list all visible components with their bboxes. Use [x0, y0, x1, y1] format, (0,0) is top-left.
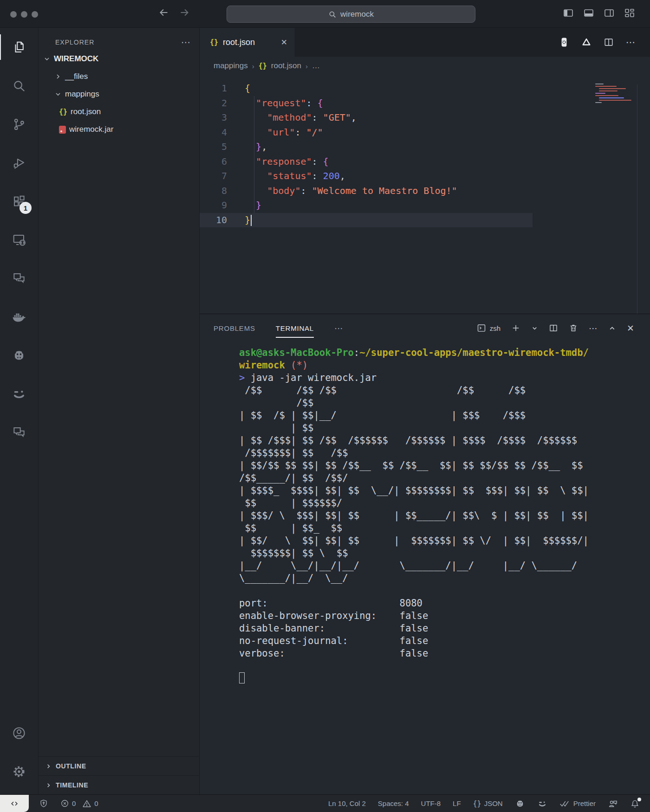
line-number: 10 — [200, 213, 233, 228]
split-editor-icon[interactable] — [604, 37, 614, 47]
breadcrumb-folder[interactable]: mappings — [214, 61, 248, 71]
activity-source-control[interactable] — [0, 105, 38, 143]
file-label: wiremock.jar — [69, 125, 113, 134]
new-terminal-icon[interactable] — [511, 323, 520, 333]
braces-icon: {} — [473, 799, 481, 808]
outline-section[interactable]: OUTLINE — [39, 756, 199, 775]
tree-folder-files[interactable]: __files — [39, 68, 199, 85]
remote-explorer-icon — [12, 232, 26, 247]
activity-docker[interactable] — [0, 297, 38, 336]
activity-settings[interactable] — [0, 752, 38, 791]
line-number: 3 — [200, 110, 233, 125]
indentation-indicator[interactable]: Spaces: 4 — [378, 799, 409, 807]
close-tab-icon[interactable]: ✕ — [281, 38, 287, 47]
close-panel-icon[interactable]: ✕ — [627, 323, 634, 334]
breadcrumb-file[interactable]: root.json — [271, 61, 301, 71]
feedback-indicator[interactable] — [608, 799, 618, 809]
explorer-sidebar: EXPLORER ⋯ WIREMOCK __files mappings {} … — [39, 28, 200, 794]
window-controls[interactable] — [10, 11, 38, 18]
activity-account[interactable] — [0, 714, 38, 752]
chevron-right-icon — [54, 73, 62, 80]
activity-copilot[interactable] — [0, 336, 38, 374]
chat-bubbles-icon — [12, 271, 26, 286]
go-back-icon[interactable] — [158, 6, 170, 19]
toggle-secondary-sidebar-icon[interactable] — [604, 7, 615, 19]
tree-file-wiremock-jar[interactable]: wiremock.jar — [39, 121, 199, 138]
status-bar: 0 0 Ln 10, Col 2 Spaces: 4 UTF-8 LF {} J… — [0, 794, 650, 812]
terminal-profile-dropdown-icon[interactable] — [531, 325, 538, 332]
tab-terminal[interactable]: TERMINAL — [276, 314, 314, 342]
maximize-panel-icon[interactable] — [608, 324, 616, 332]
text-segment: ~/super-cool-apps/maestro-wiremock-tmdb/ — [359, 347, 589, 358]
command-center-search[interactable]: wiremock — [227, 6, 475, 23]
text-segment: } — [256, 141, 261, 152]
tab-root-json[interactable]: {} root.json ✕ — [200, 28, 295, 57]
language-mode[interactable]: {} JSON — [473, 799, 503, 808]
tree-project-wiremock[interactable]: WIREMOCK — [39, 50, 199, 68]
line-number: 5 — [200, 140, 233, 155]
run-on-device-icon[interactable] — [559, 37, 569, 47]
activity-extensions[interactable]: 1 — [0, 182, 38, 220]
title-bar: wiremock — [0, 0, 650, 28]
activity-search[interactable] — [0, 66, 38, 105]
copilot-status[interactable] — [515, 799, 525, 809]
maestro-triangle-icon[interactable] — [581, 37, 592, 47]
editor-more-actions-icon[interactable]: ⋯ — [626, 37, 635, 48]
activity-live-share-comments[interactable] — [0, 259, 38, 297]
zoom-window-button[interactable] — [32, 11, 38, 18]
kill-terminal-icon[interactable] — [569, 323, 578, 333]
tree-folder-mappings[interactable]: mappings — [39, 85, 199, 103]
copilot-robot-icon — [515, 799, 525, 809]
wiremock-ascii-banner: /$$ /$$ /$$ /$$ /$$ /$$ | $$ /$ | $$|__/… — [239, 384, 650, 585]
line-number: 1 — [200, 81, 233, 96]
go-forward-icon[interactable] — [178, 6, 190, 19]
gear-icon — [12, 764, 26, 779]
json-file-icon: {} — [59, 108, 67, 116]
text-segment: "url" — [267, 127, 295, 138]
tab-problems[interactable]: PROBLEMS — [214, 314, 255, 342]
activity-run-debug[interactable] — [0, 143, 38, 182]
timeline-section[interactable]: TIMELINE — [39, 775, 199, 794]
eol-indicator[interactable]: LF — [453, 799, 461, 807]
formatter-status[interactable]: Prettier — [559, 799, 596, 808]
panel-more-tabs-icon[interactable]: ⋯ — [334, 323, 343, 334]
toggle-panel-icon[interactable] — [583, 7, 594, 19]
option-value: 8080 — [400, 598, 422, 609]
cursor-position[interactable]: Ln 10, Col 2 — [328, 799, 366, 807]
panel-more-actions-icon[interactable]: ⋯ — [589, 323, 598, 334]
minimize-window-button[interactable] — [21, 11, 27, 18]
chevron-right-icon — [45, 782, 52, 789]
activity-explorer[interactable] — [0, 28, 38, 66]
smiley-extension-status[interactable] — [537, 799, 547, 809]
toggle-primary-sidebar-icon[interactable] — [563, 7, 574, 19]
option-name: disable-banner: — [239, 622, 400, 635]
outline-label: OUTLINE — [56, 762, 86, 770]
close-window-button[interactable] — [10, 11, 17, 18]
terminal-instance[interactable]: zsh — [477, 323, 500, 333]
terminal-option-line: verbose:false — [239, 647, 650, 660]
activity-smiley[interactable] — [0, 374, 38, 413]
person-feedback-icon — [608, 799, 618, 809]
notifications-indicator[interactable] — [630, 799, 640, 808]
minimap[interactable] — [595, 84, 630, 104]
editor-cursor — [251, 215, 252, 226]
activity-remote-explorer[interactable] — [0, 220, 38, 259]
tree-file-root-json[interactable]: {} root.json — [39, 103, 199, 121]
smiley-wink-icon — [537, 799, 547, 809]
activity-chat[interactable] — [0, 413, 38, 451]
project-label: WIREMOCK — [54, 54, 98, 64]
customize-layout-icon[interactable] — [624, 7, 635, 19]
remote-indicator[interactable] — [0, 795, 29, 812]
explorer-more-actions-icon[interactable]: ⋯ — [181, 37, 191, 48]
encoding-indicator[interactable]: UTF-8 — [421, 799, 441, 807]
overview-ruler — [637, 84, 637, 314]
terminal-output[interactable]: ask@asks-MacBook-Pro:~/super-cool-apps/m… — [200, 342, 650, 794]
breadcrumb-symbol[interactable]: … — [312, 61, 320, 71]
smiley-wink-icon — [11, 386, 27, 402]
problems-indicator[interactable]: 0 0 — [60, 799, 98, 808]
code-editor[interactable]: 1{2 "request": {3 "method": "GET",4 "url… — [200, 75, 650, 314]
workspace-trust-indicator[interactable] — [39, 799, 48, 808]
text-segment: "method" — [267, 112, 312, 123]
breadcrumb[interactable]: mappings › {} root.json › … — [200, 57, 650, 75]
split-terminal-icon[interactable] — [549, 323, 558, 333]
